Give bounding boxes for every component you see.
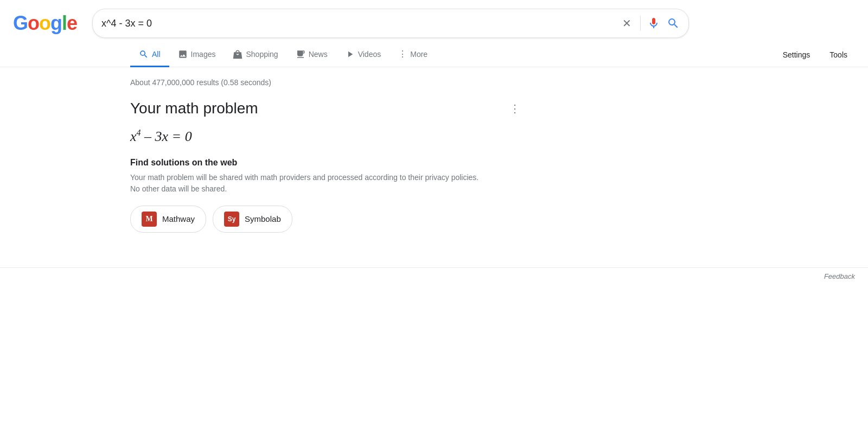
search-tab-icon	[139, 49, 149, 59]
tab-news[interactable]: News	[287, 43, 336, 67]
find-solutions-desc: Your math problem will be shared with ma…	[130, 172, 488, 195]
tools-button[interactable]: Tools	[822, 45, 855, 65]
microphone-icon[interactable]	[647, 17, 660, 30]
mathway-label: Mathway	[162, 214, 195, 223]
mathway-logo: M	[142, 212, 157, 227]
google-logo[interactable]: Google	[13, 12, 77, 35]
math-equation: x4 – 3x = 0	[130, 128, 488, 145]
provider-buttons: M Mathway Sy Symbolab	[130, 206, 488, 233]
feedback-link[interactable]: Feedback	[824, 272, 855, 280]
logo-letter-o2: o	[39, 12, 50, 35]
tab-all-label: All	[152, 50, 161, 59]
card-menu-icon[interactable]: ⋮	[509, 102, 521, 115]
equation-x: x4	[130, 129, 141, 144]
nav-tabs: All Images Shopping News	[0, 38, 868, 67]
tab-all[interactable]: All	[130, 43, 169, 67]
images-tab-icon	[178, 49, 188, 59]
math-card-title: Your math problem	[130, 100, 488, 117]
search-input[interactable]	[101, 18, 614, 29]
symbolab-label: Symbolab	[245, 214, 281, 223]
settings-button[interactable]: Settings	[775, 45, 818, 65]
results-area: About 477,000,000 results (0.58 seconds)…	[0, 67, 488, 246]
clear-icon[interactable]: ✕	[620, 15, 634, 32]
logo-letter-l: l	[62, 12, 67, 35]
tab-shopping[interactable]: Shopping	[224, 43, 286, 67]
mathway-button[interactable]: M Mathway	[130, 206, 206, 233]
tab-images-label: Images	[191, 50, 216, 59]
symbolab-button[interactable]: Sy Symbolab	[213, 206, 292, 233]
search-bar: ✕	[92, 9, 689, 38]
tab-videos[interactable]: Videos	[336, 43, 390, 67]
tab-shopping-label: Shopping	[246, 50, 278, 59]
news-tab-icon	[296, 49, 305, 59]
equation-minus: – 3x = 0	[144, 129, 192, 144]
search-divider	[640, 16, 641, 31]
logo-letter-g2: g	[50, 12, 62, 35]
math-card: ⋮ Your math problem x4 – 3x = 0 Find sol…	[130, 100, 488, 246]
nav-right: Settings Tools	[775, 45, 868, 65]
more-dots-icon: ⋮	[398, 49, 407, 59]
symbolab-logo: Sy	[224, 212, 239, 227]
videos-tab-icon	[345, 49, 355, 59]
shopping-tab-icon	[233, 49, 242, 59]
logo-letter-g: G	[13, 12, 28, 35]
tab-more[interactable]: ⋮ More	[390, 42, 436, 67]
tab-more-label: More	[410, 50, 427, 59]
logo-letter-e: e	[67, 12, 77, 35]
search-submit-icon[interactable]	[667, 17, 680, 30]
feedback-row: Feedback	[0, 268, 868, 285]
header: Google ✕	[0, 0, 868, 38]
logo-letter-o1: o	[28, 12, 39, 35]
tab-images[interactable]: Images	[169, 43, 225, 67]
results-count: About 477,000,000 results (0.58 seconds)	[130, 78, 488, 87]
tab-news-label: News	[309, 50, 328, 59]
search-bar-wrapper: ✕	[92, 9, 689, 38]
find-solutions-title: Find solutions on the web	[130, 158, 488, 168]
tab-videos-label: Videos	[358, 50, 381, 59]
